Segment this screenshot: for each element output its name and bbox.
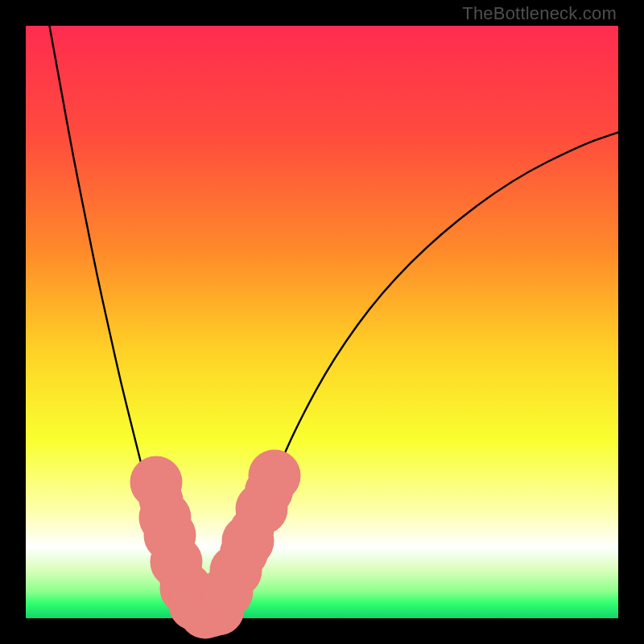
frame-border-right: [618, 0, 644, 644]
frame-border-left: [0, 0, 26, 644]
watermark-text: TheBottleneck.com: [462, 3, 617, 24]
bottleneck-curve: [26, 26, 618, 618]
frame-border-bottom: [0, 618, 644, 644]
curve-right-branch: [216, 132, 618, 612]
plot-area: [26, 26, 618, 618]
highlighted-point: [249, 450, 301, 502]
